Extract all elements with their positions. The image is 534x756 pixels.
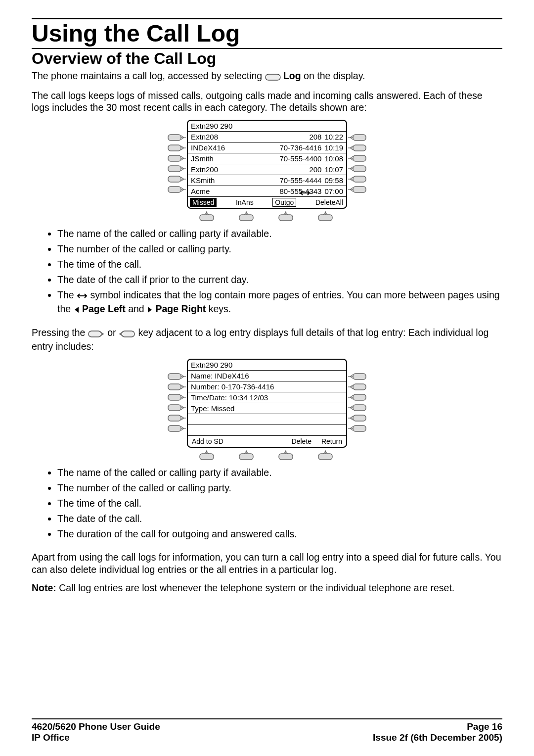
log-row: Extn208 208 10:22	[188, 132, 346, 142]
intro-p1: The phone maintains a call log, accessed…	[32, 70, 502, 84]
more-pages-icon	[300, 189, 311, 197]
note: Note: Call log entries are lost whenever…	[32, 582, 502, 594]
list-1: The name of the called or calling party …	[32, 228, 502, 317]
detail-row: Type: Missed	[188, 403, 346, 414]
footer-rule	[32, 718, 502, 719]
list-item: The name of the called or calling party …	[57, 467, 502, 479]
bottom-softkeys	[187, 210, 345, 223]
list-item: The date of the call if prior to the cur…	[57, 274, 502, 286]
right-softkeys	[347, 120, 368, 193]
intro-p1a: The phone maintains a call log, accessed…	[32, 70, 265, 81]
mid-paragraph: Pressing the or key adjacent to a log en…	[32, 327, 502, 353]
left-softkey-pill-icon	[88, 328, 105, 340]
footer-right-bottom: Issue 2f (6th December 2005)	[373, 732, 502, 743]
right-softkey-icon	[347, 134, 368, 142]
log-time: 07:00	[324, 187, 343, 195]
log-row: INDeX416 70-736-4416 10:19	[188, 142, 346, 153]
list-item: The number of the called or calling part…	[57, 482, 502, 494]
lcd-header-text: Extn290 290	[191, 361, 232, 369]
log-time: 10:19	[324, 143, 343, 152]
text: and	[126, 303, 147, 314]
left-softkeys	[166, 359, 187, 432]
right-softkey-pill-icon	[119, 328, 135, 340]
log-number: 208	[309, 133, 321, 141]
left-softkey-icon	[166, 404, 187, 412]
intro-p2: The call logs keeps logs of missed calls…	[32, 90, 502, 114]
detail-row: Name: INDeX416	[188, 371, 346, 381]
page-right-icon	[147, 304, 153, 317]
right-softkey-icon	[347, 154, 368, 162]
tab-outgo: Outgo	[272, 198, 296, 207]
left-softkey-icon	[166, 373, 187, 380]
log-time: 10:08	[324, 154, 343, 163]
lcd-column: Extn290 290 Extn208 208 10:22 INDeX416 7…	[187, 120, 347, 223]
log-time: 10:07	[324, 165, 343, 174]
page-left-icon	[74, 304, 80, 317]
list-item: The number of the called or calling part…	[57, 243, 502, 255]
log-number: 70-736-4416	[279, 143, 321, 152]
left-softkey-icon	[166, 154, 187, 162]
log-number: 200	[309, 165, 321, 174]
phone-figure: Extn290 290 Extn208 208 10:22 INDeX416 7…	[166, 120, 368, 223]
note-text: Call log entries are lost whenever the t…	[56, 582, 454, 593]
bi-arrow-icon	[77, 290, 88, 303]
log-time: 09:58	[324, 176, 343, 185]
right-softkey-icon	[347, 373, 368, 380]
text: Page Left	[80, 303, 126, 314]
left-softkey-icon	[166, 425, 187, 432]
detail-text: Type: Missed	[191, 404, 234, 413]
left-softkey-icon	[166, 165, 187, 173]
right-softkey-icon	[347, 165, 368, 173]
lcd-header: Extn290 290	[188, 121, 346, 132]
bottom-softkey-icon	[238, 211, 254, 222]
text: Page Right	[153, 303, 206, 314]
lcd-header-text: Extn290 290	[191, 122, 232, 130]
log-row: JSmith 70-555-4400 10:08	[188, 153, 346, 164]
right-softkey-icon	[347, 393, 368, 401]
list-2: The name of the called or calling party …	[32, 467, 502, 540]
log-row: Acme 80-555-4343 07:00	[188, 186, 346, 197]
log-name: JSmith	[191, 154, 214, 163]
lcd-tabs: Add to SD Delete Return	[188, 436, 346, 447]
left-softkeys	[166, 120, 187, 193]
list-item: The duration of the call for outgoing an…	[57, 528, 502, 540]
note-label: Note:	[32, 582, 56, 593]
detail-row-empty	[188, 425, 346, 436]
right-softkey-icon	[347, 414, 368, 422]
bottom-softkey-icon	[278, 211, 294, 222]
log-name: Extn200	[191, 165, 218, 174]
text: or	[105, 327, 119, 338]
log-name: Acme	[191, 187, 210, 195]
bottom-softkey-icon	[317, 211, 333, 222]
footer-left-bottom: IP Office	[32, 732, 70, 743]
log-softkey-icon	[265, 71, 281, 84]
tab-add-to-sd: Add to SD	[191, 437, 224, 445]
intro-p1b: Log	[281, 70, 301, 81]
log-number: 70-555-4444	[279, 176, 321, 185]
list-item: The name of the called or calling party …	[57, 228, 502, 240]
tab-inans: InAns	[235, 198, 255, 206]
lcd-screen: Extn290 290 Extn208 208 10:22 INDeX416 7…	[187, 120, 347, 209]
page-title: Using the Call Log	[32, 21, 502, 46]
bottom-softkey-icon	[199, 211, 215, 222]
footer-row-2: IP Office Issue 2f (6th December 2005)	[32, 732, 502, 743]
tab-missed: Missed	[190, 198, 217, 207]
footer-left-top: 4620/5620 Phone User Guide	[32, 721, 160, 732]
call-log-list-figure: Extn290 290 Extn208 208 10:22 INDeX416 7…	[32, 120, 502, 223]
lcd-tabs: Missed InAns Outgo DeleteAll	[188, 197, 346, 208]
right-softkey-icon	[347, 144, 368, 152]
text: The	[57, 289, 77, 300]
left-softkey-icon	[166, 383, 187, 391]
detail-text: Time/Date: 10:34 12/03	[191, 393, 268, 402]
page-footer: 4620/5620 Phone User Guide Page 16 IP Of…	[32, 718, 502, 743]
phone-figure: Extn290 290 Name: INDeX416 Number: 0-170…	[166, 359, 368, 462]
call-log-detail-figure: Extn290 290 Name: INDeX416 Number: 0-170…	[32, 359, 502, 462]
right-softkey-icon	[347, 175, 368, 183]
tab-deleteall: DeleteAll	[314, 198, 344, 206]
bottom-softkey-icon	[238, 450, 254, 461]
top-rule	[32, 18, 502, 19]
left-softkey-icon	[166, 175, 187, 183]
right-softkeys	[347, 359, 368, 432]
log-name: KSmith	[191, 176, 215, 185]
intro-p1c: on the display.	[301, 70, 365, 81]
